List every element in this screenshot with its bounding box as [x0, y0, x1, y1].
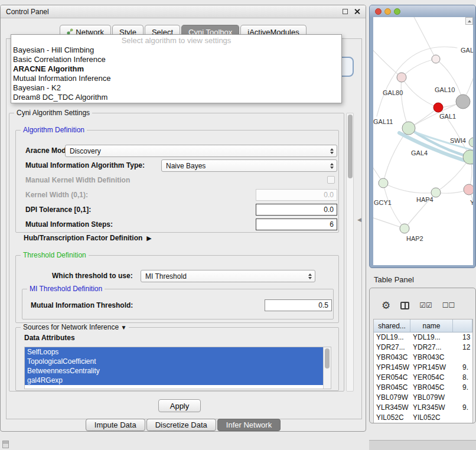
- mi-type-select[interactable]: Naive Bayes: [161, 159, 337, 172]
- mi-threshold-definition-group: MI Threshold Definition Mutual Informati…: [22, 289, 334, 319]
- kernel-width-label: Kernel Width (0,1):: [25, 191, 88, 199]
- popup-items: Bayesian - Hill ClimbingBasic Correlatio…: [11, 45, 341, 102]
- tab-discretize-data[interactable]: Discretize Data: [146, 419, 216, 431]
- gear-icon[interactable]: ⚙: [382, 301, 390, 311]
- node-table: shared...name YDL19...YDL19...13YDR27...…: [373, 319, 473, 423]
- column-header-shared[interactable]: shared...: [374, 319, 410, 332]
- sources-title: Sources for Network Inference: [23, 323, 119, 331]
- algorithm-dropdown-popup: Select algorithm to view settings Bayesi…: [11, 34, 342, 103]
- apply-button[interactable]: Apply: [158, 399, 201, 412]
- column-header-name[interactable]: name: [410, 319, 453, 332]
- cell: YDL19...: [410, 332, 453, 343]
- mi-steps-field[interactable]: [256, 219, 337, 230]
- algorithm-definition-group: Algorithm Definition Aracne Mode: Discov…: [15, 130, 339, 233]
- table-row[interactable]: YDL19...YDL19...13: [374, 332, 472, 343]
- deselect-all-icon[interactable]: ☐☐: [442, 301, 455, 309]
- scroll-up-button[interactable]: [465, 17, 473, 25]
- algorithm-option-dream8-dc-tdc-algorithm[interactable]: Dream8 DC_TDC Algorithm: [11, 93, 341, 102]
- table-row[interactable]: YLR345WYLR345W9.: [374, 403, 472, 413]
- cell: 8.: [453, 373, 472, 383]
- select-all-icon[interactable]: ☑☑: [419, 301, 432, 309]
- algorithm-option-basic-correlation-inference[interactable]: Basic Correlation Inference: [11, 55, 341, 64]
- network-node[interactable]: [464, 184, 473, 195]
- columns-icon[interactable]: [400, 302, 409, 309]
- table-row[interactable]: YER054CYER054C8.: [374, 373, 472, 383]
- network-window-titlebar[interactable]: [370, 5, 475, 17]
- node-label: Y: [470, 199, 473, 206]
- node-label: GAL: [461, 47, 473, 54]
- network-node[interactable]: [469, 138, 473, 147]
- mi-steps-label: Mutual Information Steps:: [25, 220, 113, 229]
- control-panel-titlebar[interactable]: Control Panel: [1, 5, 366, 18]
- cell: 13: [453, 332, 472, 343]
- float-panel-icon[interactable]: [2, 441, 9, 448]
- which-threshold-select[interactable]: MI Threshold: [141, 270, 315, 282]
- attribute-gal4rgexp[interactable]: gal4RGexp: [25, 376, 323, 385]
- network-edge: [412, 17, 436, 59]
- attribute-topologicalcoefficient[interactable]: TopologicalCoefficient: [25, 357, 323, 366]
- table-row[interactable]: YPR145WYPR145W9.: [374, 363, 472, 373]
- table-row[interactable]: YBR043CYBR043C: [374, 353, 472, 363]
- algorithm-option-bayesian-k2[interactable]: Bayesian - K2: [11, 83, 341, 93]
- settings-scrollbar[interactable]: [346, 113, 354, 392]
- network-node[interactable]: [400, 224, 409, 233]
- sources-toggle[interactable]: Sources for Network Inference ▼: [21, 323, 129, 331]
- dpi-tolerance-field[interactable]: [256, 204, 337, 216]
- cell: [453, 393, 472, 403]
- scrollbar-thumb[interactable]: [348, 115, 353, 178]
- aracne-mode-select[interactable]: Discovery: [65, 145, 337, 157]
- network-edge: [401, 77, 409, 128]
- cyni-algorithm-settings-group: Cyni Algorithm Settings Algorithm Defini…: [9, 113, 344, 392]
- data-attributes-list[interactable]: SelfLoopsTopologicalCoefficientBetweenne…: [24, 347, 331, 389]
- table-row[interactable]: YBR045CYBR045C9.: [374, 383, 472, 393]
- node-label: SWI4: [450, 137, 466, 144]
- manual-kernel-label: Manual Kernel Width Definition: [25, 176, 130, 184]
- group-title: MI Threshold Definition: [27, 285, 105, 293]
- selected-value: Discovery: [70, 147, 101, 155]
- group-title: Algorithm Definition: [21, 126, 87, 134]
- cell: [453, 413, 472, 423]
- cell: YER054C: [410, 373, 453, 383]
- cell: YER054C: [374, 373, 410, 383]
- kernel-width-field[interactable]: [256, 189, 337, 201]
- network-node[interactable]: [456, 94, 470, 109]
- cell: YIL052C: [410, 413, 453, 423]
- stepper-icon: [330, 148, 334, 154]
- tab-infer-network[interactable]: Infer Network: [217, 419, 281, 431]
- table-row[interactable]: YDR27...YDR27...12: [374, 343, 472, 353]
- mi-threshold-field[interactable]: [265, 299, 332, 311]
- close-icon[interactable]: [354, 8, 360, 15]
- zoom-traffic-light[interactable]: [394, 8, 400, 15]
- cell: YPR145W: [410, 363, 453, 373]
- splitter-collapse-icon[interactable]: ◀: [357, 217, 361, 223]
- network-node[interactable]: [397, 73, 406, 82]
- cell: YBL079W: [410, 393, 453, 403]
- algorithm-option-bayesian-hill-climbing[interactable]: Bayesian - Hill Climbing: [11, 45, 341, 55]
- algorithm-option-mutual-information-inference[interactable]: Mutual Information Inference: [11, 74, 341, 83]
- manual-kernel-checkbox[interactable]: [327, 176, 335, 184]
- popup-placeholder: Select algorithm to view settings: [11, 35, 341, 45]
- network-node[interactable]: [402, 122, 415, 135]
- cell: YBR045C: [410, 383, 453, 393]
- minimize-traffic-light[interactable]: [384, 8, 391, 15]
- table-row[interactable]: YBL079WYBL079W: [374, 393, 472, 403]
- network-edge: [436, 59, 463, 102]
- network-node[interactable]: [433, 103, 443, 112]
- attribute-items: SelfLoopsTopologicalCoefficientBetweenne…: [25, 347, 323, 389]
- algorithm-option-aracne-algorithm[interactable]: ARACNE Algorithm: [11, 64, 341, 74]
- attribute-betweennesscentrality[interactable]: BetweennessCentrality: [25, 366, 323, 376]
- titlebar-buttons: [343, 8, 360, 15]
- scrollbar-thumb[interactable]: [325, 348, 330, 369]
- stepper-icon: [330, 163, 334, 169]
- network-canvas[interactable]: GALGAL80GAL10GAL11GAL1SWI4GAL4GCY1HAP4HA…: [373, 17, 473, 265]
- float-window-icon[interactable]: [343, 9, 348, 14]
- network-node[interactable]: [432, 55, 440, 63]
- close-traffic-light[interactable]: [375, 8, 382, 15]
- tab-impute-data[interactable]: Impute Data: [86, 419, 145, 431]
- network-node[interactable]: [379, 178, 388, 188]
- column-header-col2[interactable]: [453, 319, 472, 332]
- hub-section-toggle[interactable]: Hub/Transcription Factor Definition▶: [24, 234, 152, 242]
- attributes-scrollbar[interactable]: [323, 347, 331, 389]
- attribute-selfloops[interactable]: SelfLoops: [25, 347, 323, 357]
- table-row[interactable]: YIL052CYIL052C: [374, 413, 472, 423]
